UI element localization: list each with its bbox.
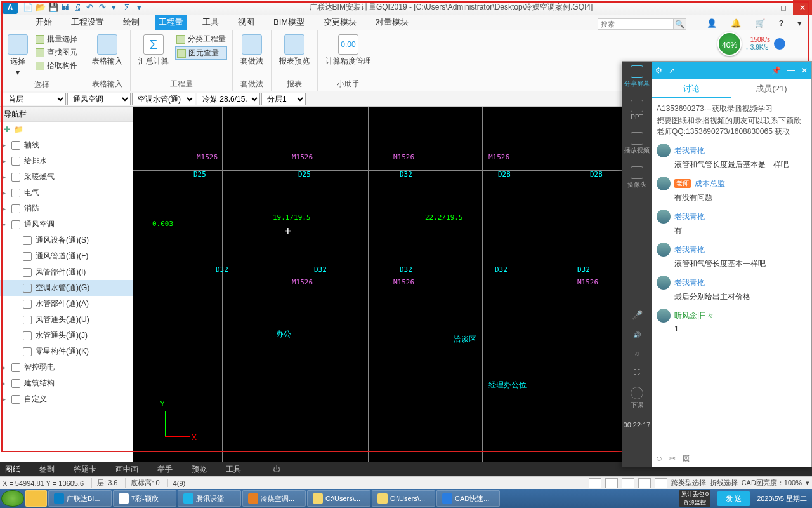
- tab[interactable]: 变更模块: [320, 15, 360, 30]
- bottom-tab[interactable]: 答题卡: [74, 464, 96, 475]
- bell-icon[interactable]: 🔔: [727, 17, 745, 30]
- method-button[interactable]: 套做法: [238, 33, 266, 68]
- precision-button[interactable]: 0.00计算精度管理: [323, 33, 374, 68]
- tab[interactable]: 工程设置: [67, 15, 108, 30]
- qat-icon[interactable]: 🖬: [61, 3, 71, 13]
- task-item[interactable]: 腾讯课堂: [178, 490, 241, 507]
- find-element[interactable]: 查找图元: [34, 46, 79, 58]
- chat-tab[interactable]: 成员(21): [731, 79, 811, 98]
- maximize-button[interactable]: ◻: [774, 0, 793, 15]
- spec-select[interactable]: 冷媒 28.6/15.9: [197, 93, 260, 105]
- qat-icon[interactable]: ▾: [112, 3, 122, 13]
- toggle-icon[interactable]: [589, 478, 601, 488]
- pin-icon[interactable]: 📌: [771, 66, 781, 75]
- qat-icon[interactable]: 📄: [23, 3, 33, 13]
- bottom-tab[interactable]: 预览: [192, 464, 207, 475]
- bottom-tab[interactable]: 工具: [226, 464, 241, 475]
- accel-ball-icon[interactable]: [774, 38, 785, 50]
- image-icon[interactable]: 🖼: [682, 454, 690, 463]
- qat-icon[interactable]: 📂: [36, 3, 46, 13]
- task-item[interactable]: 冷媒空调...: [242, 490, 306, 507]
- sum-calc-button[interactable]: Σ汇总计算: [136, 33, 171, 68]
- brightness-label[interactable]: CAD图亮度：100%: [742, 478, 802, 488]
- bottom-tab[interactable]: 举手: [157, 464, 173, 475]
- search-input[interactable]: [598, 18, 674, 30]
- bottom-tab[interactable]: 图纸: [5, 464, 20, 475]
- tree-child[interactable]: 水管部件(通)(A): [0, 296, 133, 312]
- discipline-select[interactable]: 通风空调: [67, 93, 131, 105]
- send-button[interactable]: 发 送: [717, 491, 750, 506]
- add-icon[interactable]: ✚: [4, 125, 10, 134]
- toggle-icon[interactable]: [622, 478, 634, 488]
- tree-node[interactable]: 给排水: [0, 153, 133, 169]
- cart-icon[interactable]: 🛒: [751, 17, 769, 30]
- close-button[interactable]: ✕: [793, 0, 812, 15]
- tab[interactable]: 绘制: [119, 15, 143, 30]
- batch-select[interactable]: 批量选择: [34, 33, 79, 45]
- tree-child[interactable]: 通风设备(通)(S): [0, 232, 133, 248]
- layer-select[interactable]: 分层1: [261, 93, 306, 105]
- close-chat-icon[interactable]: ✕: [801, 66, 808, 75]
- music-icon[interactable]: ♫: [634, 350, 639, 357]
- task-item[interactable]: 广联达BI...: [48, 490, 112, 507]
- qat-icon[interactable]: ↷: [99, 3, 109, 13]
- emoji-icon[interactable]: ☺: [655, 454, 663, 463]
- speaker-icon[interactable]: 🔊: [633, 331, 641, 338]
- tree-node[interactable]: 消防: [0, 201, 133, 217]
- tree-node[interactable]: 通风空调: [0, 217, 133, 232]
- end-class-button[interactable]: 下课: [631, 387, 643, 410]
- qat-icon[interactable]: 💾: [48, 3, 58, 13]
- task-item[interactable]: CAD快速...: [436, 490, 500, 507]
- task-item[interactable]: 7彩-颖欣: [113, 490, 176, 507]
- pick-component[interactable]: 拾取构件: [34, 60, 79, 72]
- minimize-button[interactable]: —: [755, 0, 774, 15]
- cross-type-select[interactable]: 跨类型选择: [671, 478, 706, 488]
- bottom-tab[interactable]: 签到: [39, 464, 55, 475]
- play-video-button[interactable]: 播放视频: [624, 132, 650, 155]
- help-icon[interactable]: ?: [775, 17, 787, 30]
- toggle-icon[interactable]: [655, 478, 667, 488]
- report-preview-button[interactable]: 报表预览: [277, 33, 312, 68]
- qat-icon[interactable]: ▾: [137, 3, 147, 13]
- chat-messages[interactable]: A1353690273---获取录播视频学习想要图纸和录播视频的朋友可以联系下颖…: [652, 98, 811, 450]
- bottom-tab[interactable]: 画中画: [115, 464, 138, 475]
- camera-button[interactable]: 摄像头: [627, 166, 646, 189]
- qat-icon[interactable]: 🖨: [74, 3, 84, 13]
- tree-child[interactable]: 风管通头(通)(U): [0, 312, 133, 328]
- polyline-select[interactable]: 折线选择: [710, 478, 738, 488]
- tree-node[interactable]: 采暖燃气: [0, 169, 133, 185]
- floor-select[interactable]: 首层: [3, 93, 66, 105]
- mic-icon[interactable]: 🎤: [632, 310, 643, 320]
- toggle-icon[interactable]: [638, 478, 651, 488]
- tree-child[interactable]: 水管通头(通)(J): [0, 328, 133, 344]
- ppt-button[interactable]: PPT: [631, 100, 643, 121]
- table-input-button[interactable]: 表格输入: [89, 33, 125, 68]
- user-icon[interactable]: 👤: [703, 17, 721, 30]
- qat-icon[interactable]: Σ: [124, 3, 134, 13]
- tree-node[interactable]: 建筑结构: [0, 375, 133, 391]
- tab[interactable]: BIM模型: [270, 15, 308, 30]
- toggle-icon[interactable]: [605, 478, 618, 488]
- tree-child[interactable]: 风管部件(通)(I): [0, 264, 133, 280]
- tab[interactable]: 开始: [32, 15, 56, 30]
- tree-node[interactable]: 智控弱电: [0, 359, 133, 375]
- tree-child[interactable]: 通风管道(通)(F): [0, 248, 133, 264]
- task-item[interactable]: C:\Users\...: [307, 490, 370, 507]
- overflow-icon[interactable]: ▾: [794, 17, 806, 30]
- folder-icon[interactable]: 📁: [14, 125, 23, 134]
- tab[interactable]: 工程量: [155, 15, 187, 30]
- tree-node[interactable]: 自定义: [0, 391, 133, 407]
- tab[interactable]: 对量模块: [372, 15, 412, 30]
- category-qty[interactable]: 分类工程量: [175, 33, 227, 45]
- component-select[interactable]: 空调水管(通): [132, 93, 195, 105]
- share-screen-button[interactable]: 分享屏幕: [624, 65, 650, 88]
- tree-node[interactable]: 轴线: [0, 137, 133, 153]
- task-item[interactable]: C:\Users\...: [372, 490, 435, 507]
- qat-icon[interactable]: ↶: [86, 3, 96, 13]
- chat-tab[interactable]: 讨论: [652, 79, 731, 98]
- tab[interactable]: 视图: [234, 15, 258, 30]
- tab[interactable]: 工具: [199, 15, 223, 30]
- settings-icon[interactable]: ⚙: [655, 66, 662, 75]
- minimize-chat-icon[interactable]: —: [787, 66, 795, 75]
- scissors-icon[interactable]: ✂: [669, 454, 676, 463]
